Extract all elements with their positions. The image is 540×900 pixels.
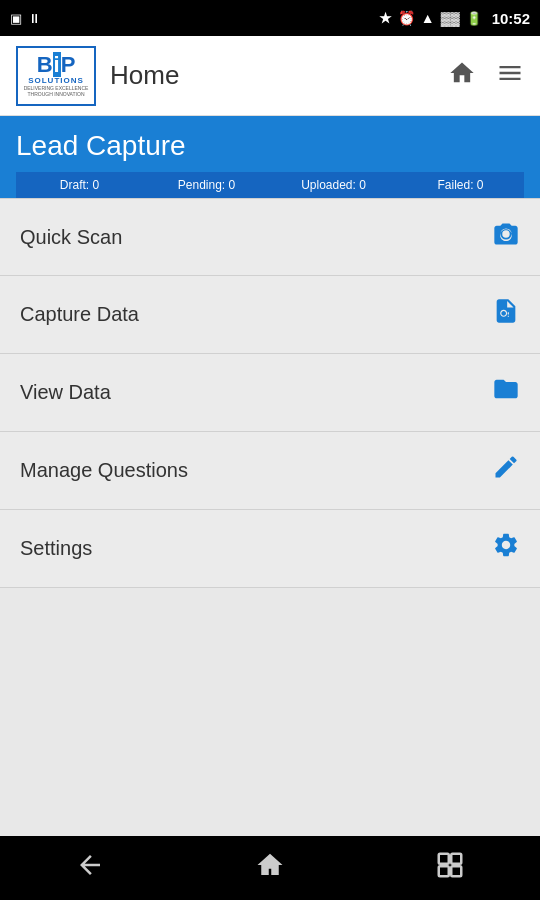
app-header: BiP SOLUTIONS DELIVERING EXCELLENCETHROU… bbox=[0, 36, 540, 116]
home-button[interactable] bbox=[255, 850, 285, 887]
bluetooth-icon: ★ bbox=[379, 10, 392, 26]
pending-count: Pending: 0 bbox=[143, 178, 270, 192]
page-title: Home bbox=[110, 60, 179, 91]
navigation-bar bbox=[0, 836, 540, 900]
svg-rect-0 bbox=[439, 853, 449, 863]
wifi-icon: ▲ bbox=[421, 10, 435, 26]
settings-label: Settings bbox=[20, 537, 92, 560]
pencil-icon bbox=[492, 453, 520, 488]
camera-icon bbox=[492, 220, 520, 255]
gear-icon bbox=[492, 531, 520, 566]
capture-data-label: Capture Data bbox=[20, 303, 139, 326]
logo-solutions: SOLUTIONS bbox=[28, 76, 84, 85]
time-display: 10:52 bbox=[492, 10, 530, 27]
draft-count: Draft: 0 bbox=[16, 178, 143, 192]
uploaded-count: Uploaded: 0 bbox=[270, 178, 397, 192]
menu-icon[interactable] bbox=[496, 59, 524, 93]
screen-icon: ▣ bbox=[10, 11, 22, 26]
manage-questions-label: Manage Questions bbox=[20, 459, 188, 482]
header-left: BiP SOLUTIONS DELIVERING EXCELLENCETHROU… bbox=[16, 46, 179, 106]
home-icon[interactable] bbox=[448, 59, 476, 93]
status-bar-right: ★ ⏰ ▲ ▓▓ 🔋 10:52 bbox=[379, 10, 530, 27]
status-info-bar: Draft: 0 Pending: 0 Uploaded: 0 Failed: … bbox=[16, 172, 524, 198]
failed-count: Failed: 0 bbox=[397, 178, 524, 192]
menu-item-settings[interactable]: Settings bbox=[0, 510, 540, 588]
svg-rect-3 bbox=[451, 866, 461, 876]
menu-item-view-data[interactable]: View Data bbox=[0, 354, 540, 432]
menu-list: Quick Scan Capture Data View Data Manage… bbox=[0, 198, 540, 836]
svg-rect-2 bbox=[439, 866, 449, 876]
status-bar: ▣ ⏸ ★ ⏰ ▲ ▓▓ 🔋 10:52 bbox=[0, 0, 540, 36]
signal-icon: ▓▓ bbox=[441, 11, 460, 26]
quick-scan-label: Quick Scan bbox=[20, 226, 122, 249]
logo-tagline: DELIVERING EXCELLENCETHROUGH INNOVATION bbox=[24, 85, 89, 98]
section-title: Lead Capture bbox=[16, 130, 524, 172]
document-icon bbox=[492, 297, 520, 332]
svg-rect-1 bbox=[451, 853, 461, 863]
logo: BiP SOLUTIONS DELIVERING EXCELLENCETHROU… bbox=[16, 46, 96, 106]
alarm-icon: ⏰ bbox=[398, 10, 415, 26]
folder-icon bbox=[492, 375, 520, 410]
menu-item-capture-data[interactable]: Capture Data bbox=[0, 276, 540, 354]
section-header: Lead Capture Draft: 0 Pending: 0 Uploade… bbox=[0, 116, 540, 198]
menu-item-quick-scan[interactable]: Quick Scan bbox=[0, 198, 540, 276]
battery-icon: 🔋 bbox=[466, 11, 482, 26]
recent-apps-button[interactable] bbox=[435, 850, 465, 887]
menu-item-manage-questions[interactable]: Manage Questions bbox=[0, 432, 540, 510]
pause-icon: ⏸ bbox=[28, 11, 41, 26]
header-right bbox=[448, 59, 524, 93]
view-data-label: View Data bbox=[20, 381, 111, 404]
back-button[interactable] bbox=[75, 850, 105, 887]
logo-bip: BiP bbox=[37, 54, 76, 76]
status-bar-left: ▣ ⏸ bbox=[10, 11, 41, 26]
